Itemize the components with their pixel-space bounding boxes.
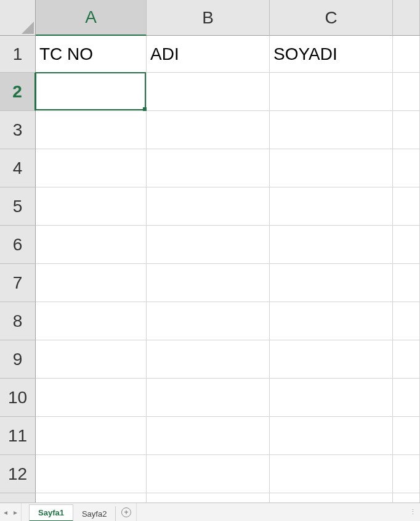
row-header-5[interactable]: 5: [0, 187, 36, 226]
cell-extra8[interactable]: [393, 302, 420, 340]
cell-A7[interactable]: [36, 264, 147, 302]
cell-A11[interactable]: [36, 417, 147, 455]
cell-extra3[interactable]: [393, 111, 420, 149]
cell-A5[interactable]: [36, 187, 147, 226]
cell-extra9[interactable]: [393, 340, 420, 379]
cell-C1[interactable]: SOYADI: [270, 36, 393, 73]
cell-B1[interactable]: ADI: [147, 36, 270, 73]
cell-A3[interactable]: [36, 111, 147, 149]
sheet-tab-sayfa2[interactable]: Sayfa2: [73, 506, 116, 521]
cell-B12[interactable]: [147, 455, 270, 493]
cell-C9[interactable]: [270, 340, 393, 379]
cell-extra11[interactable]: [393, 417, 420, 455]
row-header-7[interactable]: 7: [0, 264, 36, 302]
cell-extra10[interactable]: [393, 379, 420, 417]
plus-icon: +: [121, 507, 131, 517]
cell-B13[interactable]: [147, 493, 270, 503]
row-header-11[interactable]: 11: [0, 417, 36, 455]
tabbar-spacer: ⋮: [410, 503, 420, 521]
cell-A13[interactable]: [36, 493, 147, 503]
row-header-4[interactable]: 4: [0, 149, 36, 187]
cell-B2[interactable]: [147, 73, 270, 111]
cell-C13[interactable]: [270, 493, 393, 503]
row-header-8[interactable]: 8: [0, 302, 36, 340]
cell-extra2[interactable]: [393, 73, 420, 111]
row-header-1[interactable]: 1: [0, 36, 36, 73]
cell-extra7[interactable]: [393, 264, 420, 302]
cell-extra4[interactable]: [393, 149, 420, 187]
cell-B9[interactable]: [147, 340, 270, 379]
tabbar-divider-icon: ⋮: [410, 508, 416, 516]
row-header-12[interactable]: 12: [0, 455, 36, 493]
cell-C8[interactable]: [270, 302, 393, 340]
cell-B8[interactable]: [147, 302, 270, 340]
cell-C5[interactable]: [270, 187, 393, 226]
cell-extra13[interactable]: [393, 493, 420, 503]
cell-A9[interactable]: [36, 340, 147, 379]
sheet-tab-sayfa1[interactable]: Sayfa1: [29, 504, 73, 521]
cell-A12[interactable]: [36, 455, 147, 493]
cell-B11[interactable]: [147, 417, 270, 455]
cell-C12[interactable]: [270, 455, 393, 493]
cell-A2[interactable]: [36, 73, 147, 111]
cell-C6[interactable]: [270, 226, 393, 264]
cell-A8[interactable]: [36, 302, 147, 340]
cell-A4[interactable]: [36, 149, 147, 187]
cell-extra5[interactable]: [393, 187, 420, 226]
cell-C2[interactable]: [270, 73, 393, 111]
cell-A10[interactable]: [36, 379, 147, 417]
cell-B7[interactable]: [147, 264, 270, 302]
cell-A1[interactable]: TC NO: [36, 36, 147, 73]
fill-handle[interactable]: [143, 107, 147, 111]
cell-B10[interactable]: [147, 379, 270, 417]
column-header-C[interactable]: C: [270, 0, 393, 36]
row-header-10[interactable]: 10: [0, 379, 36, 417]
cell-B5[interactable]: [147, 187, 270, 226]
sheet-tab-bar: ◂ ▸ Sayfa1Sayfa2 + ⋮: [0, 503, 420, 521]
sheet-nav-group: ◂ ▸: [0, 503, 22, 521]
sheet-nav-prev[interactable]: ◂: [4, 508, 7, 517]
sheet-tabs-container: Sayfa1Sayfa2: [22, 503, 116, 521]
add-sheet-button[interactable]: +: [116, 503, 137, 521]
cell-C7[interactable]: [270, 264, 393, 302]
cell-B6[interactable]: [147, 226, 270, 264]
column-header-extra[interactable]: [393, 0, 420, 36]
column-header-B[interactable]: B: [147, 0, 270, 36]
row-header-9[interactable]: 9: [0, 340, 36, 379]
cell-C3[interactable]: [270, 111, 393, 149]
column-header-A[interactable]: A: [36, 0, 147, 36]
row-header-3[interactable]: 3: [0, 111, 36, 149]
cell-B4[interactable]: [147, 149, 270, 187]
row-header-6[interactable]: 6: [0, 226, 36, 264]
cell-C11[interactable]: [270, 417, 393, 455]
cell-B3[interactable]: [147, 111, 270, 149]
cell-C10[interactable]: [270, 379, 393, 417]
select-all-corner[interactable]: [0, 0, 36, 36]
spreadsheet-grid: ABC 12345678910111213 TC NOADISOYADI: [0, 0, 420, 503]
cell-extra1[interactable]: [393, 36, 420, 73]
cell-extra6[interactable]: [393, 226, 420, 264]
sheet-nav-next[interactable]: ▸: [14, 508, 17, 517]
cell-A6[interactable]: [36, 226, 147, 264]
select-all-triangle-icon: [22, 22, 34, 34]
cell-extra12[interactable]: [393, 455, 420, 493]
cell-C4[interactable]: [270, 149, 393, 187]
svg-marker-0: [22, 22, 34, 34]
row-header-2[interactable]: 2: [0, 73, 36, 111]
row-header-13[interactable]: 13: [0, 493, 36, 503]
